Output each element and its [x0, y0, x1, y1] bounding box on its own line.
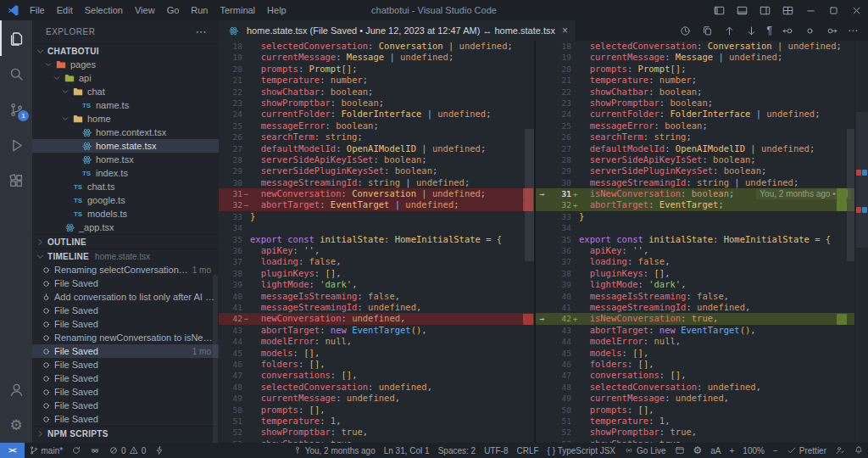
status-zoom-in[interactable]: + — [726, 446, 739, 455]
status-indentation[interactable]: Spaces: 2 — [434, 446, 480, 455]
timeline-item[interactable]: File Saved — [32, 399, 219, 412]
timeline-item[interactable]: File Saved — [32, 371, 219, 385]
code-line-right-32[interactable]: 32+ abortTarget: EventTarget; — [536, 199, 854, 210]
timeline-item[interactable]: File Saved — [32, 385, 219, 399]
tree-item-models-ts[interactable]: TSmodels.ts — [32, 207, 219, 221]
code-line-left-53[interactable]: 53 showChatbar: true, — [219, 438, 534, 443]
code-line-left-30[interactable]: 30 messageStreamingId: string | undefine… — [219, 177, 534, 188]
sidebar-scrollbar[interactable] — [213, 275, 218, 443]
remote-indicator[interactable]: >< — [0, 443, 25, 458]
menu-run[interactable]: Run — [185, 3, 214, 18]
activity-explorer[interactable] — [0, 20, 32, 56]
code-line-right-40[interactable]: 40 messageIsStreaming: false, — [536, 291, 854, 302]
close-button[interactable] — [845, 0, 868, 20]
status-zoom-level[interactable]: 100% — [738, 446, 769, 455]
code-line-left-29[interactable]: 29 serverSidePluginKeysSet: boolean; — [219, 165, 534, 176]
timeline-item[interactable]: File Saved1 mo — [32, 344, 219, 358]
code-line-left-48[interactable]: 48 selectedConversation: undefined, — [219, 382, 534, 393]
status-zoom-out[interactable]: − — [769, 446, 782, 455]
close-icon[interactable]: × — [562, 25, 568, 36]
code-line-right-37[interactable]: 37 loading: false, — [536, 256, 854, 267]
tree-item-home-state-tsx[interactable]: home.state.tsx — [32, 139, 219, 153]
timeline-item[interactable]: File Saved — [32, 412, 219, 426]
code-line-left-21[interactable]: 21 temperature: number; — [219, 75, 534, 86]
code-line-left-33[interactable]: 33} — [219, 211, 534, 222]
code-line-left-28[interactable]: 28 serverSideApiKeyIsSet: boolean; — [219, 154, 534, 165]
layout-sidebar-right-icon[interactable] — [754, 0, 776, 20]
right-overview-ruler[interactable] — [836, 41, 854, 443]
menu-edit[interactable]: Edit — [51, 3, 79, 18]
more-icon[interactable]: ⋯ — [848, 25, 858, 36]
status-blame-status[interactable]: You, 2 months ago — [288, 445, 380, 455]
code-line-right-49[interactable]: 49 currentMessage: undefined, — [536, 393, 854, 404]
code-line-right-45[interactable]: 45 models: [], — [536, 348, 854, 359]
code-line-right-33[interactable]: 33} — [536, 211, 854, 222]
tree-item-home-tsx[interactable]: home.tsx — [32, 153, 219, 166]
code-line-right-35[interactable]: 35export const initialState: HomeInitial… — [536, 234, 854, 245]
status-browser-preview[interactable] — [670, 445, 689, 455]
pilcrow-icon[interactable]: ¶ — [767, 25, 772, 36]
menu-go[interactable]: Go — [161, 3, 186, 18]
timeline-item[interactable]: File Saved — [32, 304, 219, 317]
timeline-item[interactable]: File Saved — [32, 358, 219, 371]
timeline-item[interactable]: File Saved — [32, 317, 219, 331]
status-cursor-position[interactable]: Ln 31, Col 1 — [380, 446, 434, 455]
code-line-left-23[interactable]: 23 showPromptbar: boolean; — [219, 98, 534, 109]
tree-item-index-ts[interactable]: TSindex.ts — [32, 166, 219, 180]
code-line-right-25[interactable]: 25 messageError: boolean; — [536, 120, 854, 131]
maximize-button[interactable] — [822, 0, 845, 20]
status-notifications[interactable] — [849, 445, 868, 455]
code-line-right-27[interactable]: 27 defaultModelId: OpenAIModelID | undef… — [536, 143, 854, 154]
code-line-right-43[interactable]: 43 abortTarget: new EventTarget(), — [536, 325, 854, 336]
section-timeline[interactable]: TIMELINE home.state.tsx — [32, 249, 219, 263]
timeline-item[interactable]: Renaming newConversation to isNewC... — [32, 331, 219, 344]
section-npm-scripts[interactable]: NPM SCRIPTS — [32, 426, 219, 440]
status-gitlens[interactable] — [86, 443, 104, 458]
code-line-right-41[interactable]: 41 messageStreamingId: undefined, — [536, 302, 854, 313]
code-line-left-44[interactable]: 44 modelError: null, — [219, 336, 534, 347]
code-line-left-46[interactable]: 46 folders: [], — [219, 359, 534, 370]
tree-item-api[interactable]: api — [32, 71, 219, 85]
tree-item-chat[interactable]: chat — [32, 85, 219, 98]
status-feedback[interactable] — [831, 445, 849, 455]
code-line-right-22[interactable]: 22 showChatbar: boolean; — [536, 87, 854, 98]
code-line-left-36[interactable]: 36 apiKey: '', — [219, 245, 534, 256]
code-line-right-48[interactable]: 48 selectedConversation: undefined, — [536, 382, 854, 393]
menu-file[interactable]: File — [24, 3, 51, 18]
status-encoding[interactable]: UTF-8 — [480, 446, 512, 455]
activity-search[interactable] — [0, 56, 32, 92]
timeline-item[interactable]: File Saved — [32, 276, 219, 290]
activity-account[interactable] — [0, 371, 32, 407]
code-line-right-44[interactable]: 44 modelError: null, — [536, 336, 854, 347]
code-line-left-24[interactable]: 24 currentFolder: FolderInterface | unde… — [219, 109, 534, 120]
code-line-left-45[interactable]: 45 models: [], — [219, 348, 534, 359]
menu-selection[interactable]: Selection — [79, 3, 129, 18]
code-line-right-36[interactable]: 36 apiKey: '', — [536, 245, 854, 256]
activity-run-debug[interactable] — [0, 127, 32, 163]
status-problems[interactable]: 00 — [104, 443, 150, 458]
code-line-right-20[interactable]: 20 prompts: Prompt[]; — [536, 64, 854, 75]
code-line-left-27[interactable]: 27 defaultModelId: OpenAIModelID | undef… — [219, 143, 534, 154]
tree-item-_app-tsx[interactable]: _app.tsx — [32, 221, 219, 234]
code-line-left-39[interactable]: 39 lightMode: 'dark', — [219, 279, 534, 290]
code-line-left-35[interactable]: 35export const initialState: HomeInitial… — [219, 234, 534, 245]
arrow-up-icon[interactable] — [723, 25, 736, 37]
project-section-header[interactable]: CHATBOTUI — [32, 43, 219, 58]
code-line-right-34[interactable]: 34 — [536, 222, 854, 233]
code-line-right-38[interactable]: 38 pluginKeys: [], — [536, 268, 854, 279]
code-line-right-47[interactable]: 47 conversations: [], — [536, 370, 854, 381]
code-line-left-18[interactable]: 18 selectedConversation: Conversation | … — [219, 41, 534, 52]
layout-sidebar-left-icon[interactable] — [708, 0, 731, 20]
code-line-left-41[interactable]: 41 messageStreamingId: undefined, — [219, 302, 534, 313]
code-line-left-42[interactable]: 42− newConversation: undefined, — [219, 313, 534, 324]
history-icon[interactable] — [679, 25, 692, 37]
timeline-item[interactable]: Add conversation to list only after AI m… — [32, 290, 219, 304]
prev-change-icon[interactable] — [782, 25, 794, 37]
code-line-left-37[interactable]: 37 loading: false, — [219, 256, 534, 267]
status-git-branch[interactable]: main* — [25, 443, 68, 458]
diff-overview-ruler[interactable] — [854, 41, 868, 443]
arrow-down-icon[interactable] — [745, 25, 758, 37]
tab-home-state-diff[interactable]: home.state.tsx (File Saved • June 12, 20… — [219, 20, 576, 41]
code-line-left-43[interactable]: 43 abortTarget: new EventTarget(), — [219, 325, 534, 336]
layout-grid-icon[interactable] — [776, 0, 799, 20]
